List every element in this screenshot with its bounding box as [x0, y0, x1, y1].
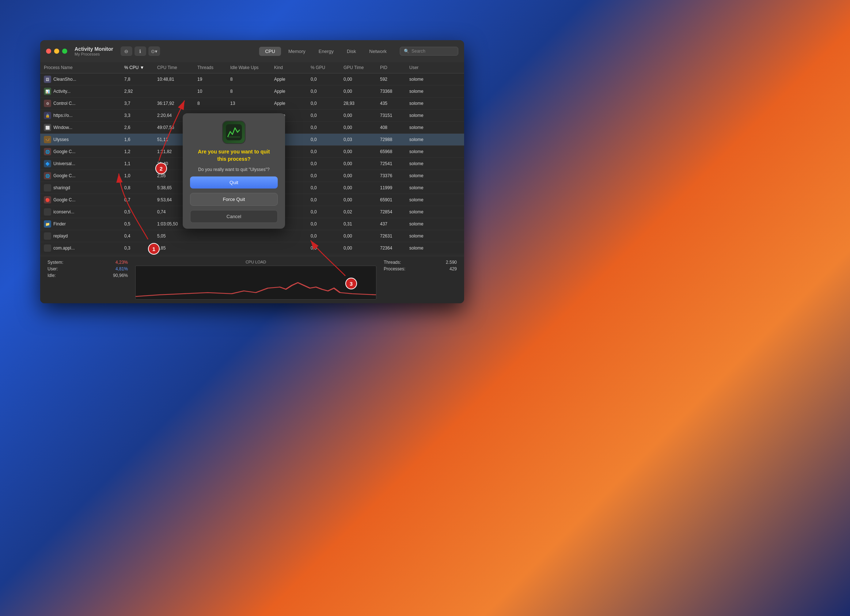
process-icon: 🔴: [44, 196, 51, 203]
force-quit-button[interactable]: Force Quit: [190, 193, 278, 206]
pid-cell: 65901: [378, 194, 407, 206]
bottom-stats: System: 4,23% User: 4,81% Idle: 90,96% C…: [40, 256, 464, 303]
tab-cpu[interactable]: CPU: [259, 47, 281, 56]
table-row[interactable]: 🖼 CleanSho... 7,8 10:48,81 19 8 Apple 0,…: [40, 73, 464, 85]
col-scroll: [444, 62, 455, 73]
idle-wakeups-cell: 8: [228, 85, 272, 97]
tab-memory[interactable]: Memory: [283, 47, 311, 56]
pid-cell: 435: [378, 97, 407, 109]
col-cpu[interactable]: % CPU ▼: [122, 62, 155, 73]
tab-bar: CPU Memory Energy Disk Network: [259, 47, 392, 56]
col-idle-wakeups[interactable]: Idle Wake Ups: [228, 62, 272, 73]
gpu-cell: 0,0: [308, 134, 341, 145]
process-name-cell: sharingd: [42, 182, 122, 194]
process-name-text: Activity...: [53, 89, 70, 94]
cpu-cell: 2,92: [122, 85, 155, 97]
process-icon: [44, 244, 51, 252]
table-row[interactable]: ⚙ Control C... 3,7 36:17,92 8 13 Apple 0…: [40, 97, 464, 110]
process-icon: [44, 208, 51, 215]
idle-wakeups-cell: [228, 242, 272, 254]
col-user[interactable]: User: [407, 62, 444, 73]
col-process-name[interactable]: Process Name: [42, 62, 122, 73]
process-name-text: com.appl...: [53, 245, 75, 251]
col-kind[interactable]: Kind: [272, 62, 308, 73]
cpu-time-cell: 5,05: [155, 230, 195, 242]
gpu-cell: 0,0: [308, 242, 341, 254]
minimize-button[interactable]: [54, 49, 59, 54]
cpu-time-cell: 10:48,81: [155, 73, 195, 85]
tab-energy[interactable]: Energy: [313, 47, 340, 56]
user-cell: solome: [407, 110, 444, 121]
kind-cell: Apple: [272, 85, 308, 97]
gpu-cell: 0,0: [308, 194, 341, 206]
user-cell: solome: [407, 230, 444, 242]
col-gpu[interactable]: % GPU: [308, 62, 341, 73]
process-name-cell: 🦋 Ulysses: [42, 134, 122, 145]
tab-network[interactable]: Network: [363, 47, 392, 56]
user-cell: solome: [407, 182, 444, 194]
process-name-text: iconservi...: [53, 209, 74, 214]
col-threads[interactable]: Threads: [195, 62, 228, 73]
cpu-cell: 1,1: [122, 158, 155, 169]
idle-wakeups-cell: 13: [228, 97, 272, 109]
user-cell: solome: [407, 85, 444, 97]
process-name-text: Control C...: [53, 101, 76, 106]
cpu-cell: 3,7: [122, 97, 155, 109]
process-icon: ⚙: [44, 100, 51, 107]
table-row[interactable]: com.appl... 0,3 6,85 0,0 0,00 72364 solo…: [40, 242, 464, 254]
col-cpu-time[interactable]: CPU Time: [155, 62, 195, 73]
pid-cell: 72854: [378, 206, 407, 218]
process-icon: 🖼: [44, 76, 51, 83]
system-label: System:: [48, 260, 63, 265]
gpu-time-cell: 0,03: [341, 134, 378, 145]
process-icon: 🌐: [44, 148, 51, 155]
threads-cell: 10: [195, 85, 228, 97]
gpu-cell: 0,0: [308, 85, 341, 97]
process-icon: 🔷: [44, 160, 51, 167]
pid-cell: 72541: [378, 158, 407, 169]
idle-stat-row: Idle: 90,96%: [48, 273, 128, 278]
processes-label: Processes:: [384, 266, 405, 271]
search-bar[interactable]: 🔍 Search: [400, 47, 458, 55]
title-info: Activity Monitor My Processes: [75, 46, 113, 56]
threads-cell: [195, 242, 228, 254]
process-name-text: https://o...: [53, 113, 73, 118]
gpu-cell: 0,0: [308, 158, 341, 169]
user-cell: solome: [407, 206, 444, 218]
col-gpu-time[interactable]: GPU Time: [341, 62, 378, 73]
process-name-text: CleanSho...: [53, 77, 76, 82]
system-stat-row: System: 4,23%: [48, 260, 128, 265]
cpu-cell: 0,7: [122, 194, 155, 206]
threads-row: Threads: 2.590: [384, 260, 457, 265]
traffic-lights: [46, 49, 67, 54]
gpu-time-cell: 0,02: [341, 206, 378, 218]
process-icon: [44, 232, 51, 240]
col-pid[interactable]: PID: [378, 62, 407, 73]
table-row[interactable]: replayd 0,4 5,05 0,0 0,00 72631 solome: [40, 230, 464, 242]
idle-value: 90,96%: [113, 273, 128, 278]
idle-wakeups-cell: [228, 230, 272, 242]
remove-process-button[interactable]: ⊖: [121, 46, 132, 56]
user-cell: solome: [407, 158, 444, 169]
gpu-cell: 0,0: [308, 230, 341, 242]
table-row[interactable]: 📊 Activity... 2,92 10 8 Apple 0,0 0,00 7…: [40, 85, 464, 97]
gpu-cell: 0,0: [308, 122, 341, 133]
gpu-time-cell: 0,31: [341, 218, 378, 230]
pid-cell: 11999: [378, 182, 407, 194]
tab-disk[interactable]: Disk: [341, 47, 362, 56]
threads-panel: Threads: 2.590 Processes: 429: [384, 260, 457, 300]
quit-confirmation-modal: Are you sure you want to quitthis proces…: [183, 113, 285, 229]
inspect-button[interactable]: ⊙▾: [148, 46, 160, 56]
window-subtitle: My Processes: [75, 52, 113, 56]
maximize-button[interactable]: [62, 49, 67, 54]
info-button[interactable]: ℹ: [135, 46, 146, 56]
user-cell: solome: [407, 73, 444, 85]
close-button[interactable]: [46, 49, 51, 54]
process-icon: 🦋: [44, 136, 51, 143]
cancel-button[interactable]: Cancel: [190, 210, 278, 223]
cpu-cell: 1,6: [122, 134, 155, 145]
process-name-cell: ⬜ Window...: [42, 122, 122, 133]
quit-button[interactable]: Quit: [190, 176, 278, 188]
process-icon: 📁: [44, 220, 51, 227]
process-name-text: Google C...: [53, 149, 76, 154]
